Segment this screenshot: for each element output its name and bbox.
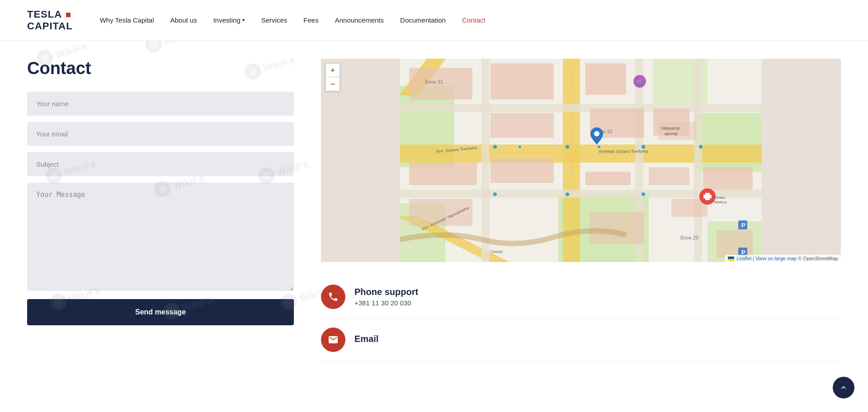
logo[interactable]: TESLA CAPITAL bbox=[27, 9, 73, 32]
nav-about-us[interactable]: About us bbox=[170, 16, 197, 24]
svg-rect-25 bbox=[491, 113, 554, 138]
nav-contact[interactable]: Contact bbox=[462, 16, 486, 24]
svg-point-65 bbox=[594, 131, 599, 136]
contact-form: Send message bbox=[27, 92, 294, 325]
message-textarea[interactable] bbox=[27, 183, 294, 291]
svg-rect-46 bbox=[703, 195, 712, 198]
osm-attribution: © OpenStreetMap bbox=[798, 256, 838, 261]
nav-services[interactable]: Services bbox=[261, 16, 288, 24]
svg-point-37 bbox=[642, 145, 645, 149]
svg-text:Генекс: Генекс bbox=[491, 249, 503, 254]
svg-point-39 bbox=[566, 192, 569, 196]
svg-rect-4 bbox=[694, 113, 762, 172]
phone-info-text: Phone support +381 11 30 20 030 bbox=[354, 287, 418, 307]
svg-text:Klinika: Klinika bbox=[714, 196, 725, 200]
svg-rect-15 bbox=[400, 104, 762, 112]
svg-point-36 bbox=[566, 145, 569, 149]
nav-documentation[interactable]: Documentation bbox=[400, 16, 446, 24]
svg-rect-30 bbox=[703, 167, 753, 190]
subject-input[interactable] bbox=[27, 152, 294, 176]
svg-rect-28 bbox=[585, 172, 631, 185]
phone-number: +381 11 30 20 030 bbox=[354, 299, 418, 307]
svg-text:Блок 29: Блок 29 bbox=[680, 235, 698, 240]
email-info-text: Email bbox=[354, 334, 378, 346]
svg-rect-32 bbox=[590, 212, 644, 244]
map-attribution: Leaflet | View on large map © OpenStreet… bbox=[725, 255, 841, 262]
zoom-out-button[interactable]: − bbox=[326, 77, 340, 91]
svg-text:Medicor: Medicor bbox=[714, 200, 727, 204]
nav-announcements[interactable]: Announcements bbox=[335, 16, 384, 24]
svg-text:🛒: 🛒 bbox=[636, 78, 643, 85]
chevron-down-icon: ▾ bbox=[242, 17, 245, 23]
nav-investing[interactable]: Investing ▾ bbox=[213, 16, 245, 24]
navbar: TESLA CAPITAL Why Tesla Capital About us… bbox=[0, 0, 868, 41]
phone-support-item: Phone support +381 11 30 20 030 bbox=[321, 276, 841, 318]
phone-support-title: Phone support bbox=[354, 287, 418, 297]
svg-rect-19 bbox=[694, 59, 702, 262]
logo-line1: TESLA bbox=[27, 9, 61, 20]
svg-text:Булевар Зорана Ђинђића: Булевар Зорана Ђинђића bbox=[599, 149, 648, 154]
form-side: Contact Send message bbox=[27, 59, 294, 361]
svg-rect-22 bbox=[585, 63, 626, 95]
svg-text:Меркатор: Меркатор bbox=[661, 126, 680, 131]
svg-rect-27 bbox=[491, 158, 554, 183]
svg-rect-53 bbox=[658, 122, 696, 140]
logo-dot bbox=[66, 13, 71, 17]
leaflet-link[interactable]: Leaflet bbox=[736, 256, 751, 261]
logo-line2: CAPITAL bbox=[27, 20, 73, 32]
svg-point-40 bbox=[642, 192, 645, 196]
svg-text:P: P bbox=[741, 222, 745, 229]
svg-rect-17 bbox=[481, 59, 490, 262]
page-title: Contact bbox=[27, 59, 294, 78]
svg-text:Блок 31: Блок 31 bbox=[425, 79, 443, 84]
contact-info: Phone support +381 11 30 20 030 Email bbox=[321, 276, 841, 361]
map-svg: P P 🛒 Меркатор центар Klinika Medicor Бл… bbox=[321, 59, 841, 262]
main-content: Contact Send message bbox=[0, 41, 868, 379]
email-icon-circle bbox=[321, 328, 345, 352]
svg-point-42 bbox=[519, 145, 521, 148]
map-zoom-controls: + − bbox=[326, 63, 340, 91]
zoom-in-button[interactable]: + bbox=[326, 64, 340, 77]
name-input[interactable] bbox=[27, 92, 294, 116]
right-side: P P 🛒 Меркатор центар Klinika Medicor Бл… bbox=[321, 59, 841, 361]
svg-point-41 bbox=[493, 192, 497, 196]
email-icon bbox=[328, 334, 339, 345]
email-item: Email bbox=[321, 318, 841, 361]
phone-icon bbox=[328, 291, 339, 302]
phone-icon-circle bbox=[321, 285, 345, 309]
view-large-map-link[interactable]: View on large map bbox=[755, 256, 797, 261]
send-message-button[interactable]: Send message bbox=[27, 299, 294, 325]
svg-rect-26 bbox=[409, 163, 477, 185]
nav-fees[interactable]: Fees bbox=[303, 16, 318, 24]
nav-links: Why Tesla Capital About us Investing ▾ S… bbox=[100, 16, 841, 24]
map-location-marker bbox=[590, 127, 603, 146]
svg-text:центар: центар bbox=[665, 131, 678, 136]
svg-point-38 bbox=[699, 145, 703, 149]
nav-why-tesla[interactable]: Why Tesla Capital bbox=[100, 16, 154, 24]
email-title: Email bbox=[354, 334, 378, 344]
svg-rect-21 bbox=[491, 63, 554, 99]
svg-point-35 bbox=[493, 145, 497, 149]
email-input[interactable] bbox=[27, 122, 294, 146]
map-container: P P 🛒 Меркатор центар Klinika Medicor Бл… bbox=[321, 59, 841, 262]
svg-rect-29 bbox=[649, 167, 689, 185]
